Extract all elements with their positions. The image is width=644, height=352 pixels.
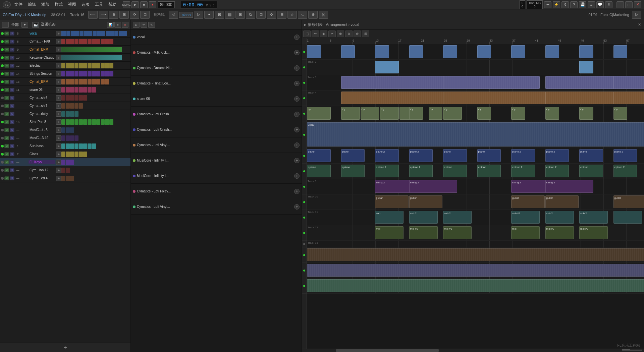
ch-name-8[interactable]: snare 06 [29, 88, 55, 92]
clip-block[interactable] [511, 45, 525, 58]
clip-block[interactable]: mel #2 [545, 226, 574, 239]
channel-row[interactable]: M S — MusiC...t - 3 + [0, 126, 130, 134]
clip-block[interactable]: epiano [443, 165, 467, 177]
ch-add-8[interactable]: + [56, 87, 61, 93]
tb2-grid-12[interactable]: ⊂ [298, 11, 307, 19]
ch-add-17[interactable]: + [56, 160, 61, 165]
tb2-btn-5[interactable]: ⟳ [130, 11, 139, 19]
clip-block[interactable]: piano 2 [511, 149, 535, 162]
ch-name-4[interactable]: Keyzone Classic [29, 56, 55, 59]
clip-block[interactable]: Cy [545, 107, 559, 120]
ch-name-18[interactable]: Cym...ion 12 [29, 168, 55, 172]
arr-track-row-1[interactable]: Track 1 [307, 44, 644, 60]
ch-name-5[interactable]: Electric [29, 64, 55, 67]
mid-track-row-9[interactable]: MusiCore - Infinity I... + [131, 153, 302, 168]
arr-track-row-14[interactable]: Track 14 [307, 247, 644, 263]
ch-add-7[interactable]: + [56, 79, 61, 84]
ch-name-10[interactable]: Cyma...sh 7 [29, 104, 55, 108]
ch-solo-11[interactable]: S [10, 112, 14, 116]
menu-add[interactable]: 添加 [40, 1, 51, 8]
channel-row[interactable]: M S 16 Strat Pos 8 + [0, 118, 130, 126]
project-arrow[interactable]: ▷ [632, 11, 641, 19]
clip-block[interactable] [375, 61, 399, 73]
rack-back-btn[interactable]: ← [2, 22, 9, 28]
arr-track-row-2[interactable]: Track 2 [307, 60, 644, 75]
channel-row[interactable]: M S 12 Electric + [0, 62, 130, 70]
mid-track-row-5[interactable]: snare 06 + [131, 91, 302, 107]
clip-block[interactable]: epiano [579, 165, 603, 177]
help-icon[interactable]: ? [570, 1, 578, 8]
download-icon[interactable]: ⬇ [605, 1, 612, 8]
rack-menu-icon[interactable]: ≡ [114, 22, 121, 28]
ch-solo-8[interactable]: S [10, 88, 14, 92]
clip-block[interactable]: piano 2 [613, 149, 637, 162]
clip-block[interactable] [613, 76, 644, 89]
ch-name-1[interactable]: vocal [29, 32, 55, 35]
ch-solo-9[interactable]: S [10, 96, 14, 100]
arr-track-row-4[interactable]: Track 4 [307, 91, 644, 106]
clip-block[interactable]: sub 2 [409, 211, 438, 224]
clip-block[interactable]: sub [375, 211, 404, 224]
arr-track-row-6[interactable]: Track 6vocal [307, 121, 644, 148]
menu-style[interactable]: 样式 [53, 1, 64, 8]
mic-icon[interactable]: 🎙 [561, 1, 569, 8]
ch-name-7[interactable]: Cymat_BPM [29, 80, 55, 83]
tb2-grid-4[interactable]: ⊠ [215, 11, 224, 19]
clip-block[interactable]: cy [307, 107, 331, 120]
clip-block[interactable]: Cy [477, 107, 491, 120]
ch-add-13[interactable]: + [56, 127, 61, 133]
ch-solo-5[interactable]: S [10, 64, 14, 68]
rack-close-icon[interactable]: ✕ [122, 22, 128, 28]
tb2-grid-9[interactable]: ⊹ [267, 11, 276, 19]
ch-mute-15[interactable]: M [4, 144, 9, 148]
clip-block[interactable] [307, 248, 644, 261]
clip-block[interactable] [375, 45, 389, 58]
clip-block[interactable]: epiano 2 [409, 165, 433, 177]
mid-track-add-6[interactable]: + [294, 112, 300, 117]
ch-name-9[interactable]: Cyma...sh 6 [29, 96, 55, 100]
ch-add-15[interactable]: + [56, 143, 61, 149]
ch-add-19[interactable]: + [56, 176, 61, 181]
clip-block[interactable] [443, 45, 457, 58]
ch-mute-4[interactable]: M [4, 56, 9, 60]
clip-block[interactable]: mel [375, 226, 404, 239]
bpm-display[interactable]: 85.000 [158, 1, 175, 8]
clip-block[interactable]: Cy [613, 107, 628, 120]
clip-block[interactable]: guitar [511, 195, 545, 208]
arrangement-close-btn[interactable]: ✕ [637, 22, 642, 27]
channel-row[interactable]: M S 13 Cymat_BPM + [0, 78, 130, 86]
mid-track-row-3[interactable]: Cymatics - Dreams Hi... + [131, 60, 302, 76]
ch-solo-10[interactable]: S [10, 104, 14, 108]
ch-add-9[interactable]: + [56, 95, 61, 101]
menu-options[interactable]: 选项 [80, 1, 91, 8]
clip-block[interactable]: Cy [341, 107, 360, 120]
arr-tool-glue[interactable]: ⊕ [337, 31, 344, 37]
ch-name-strings[interactable]: Strings Section [29, 72, 55, 75]
ch-mute-10[interactable]: M [4, 104, 9, 108]
tb2-btn-1[interactable]: ⟸ [88, 11, 98, 19]
ch-name-2[interactable]: Cyma... - F#8 [29, 40, 55, 43]
window-close[interactable]: ✕ [634, 1, 641, 8]
mixer-icon[interactable]: ≡ [588, 1, 595, 8]
ch-solo-14[interactable]: S [10, 136, 14, 140]
clip-block[interactable]: guitar [545, 195, 579, 208]
chat-icon[interactable]: 💬 [596, 1, 604, 8]
ch-solo-12[interactable]: S [10, 120, 14, 124]
channel-row[interactable]: M S 10 Keyzone Classic + [0, 54, 130, 62]
clip-block[interactable] [307, 45, 321, 58]
clip-block[interactable]: piano 2 [545, 149, 569, 162]
channel-row[interactable]: M S — Cyma...sh 7 + [0, 102, 130, 110]
clip-block[interactable]: mel #3 [579, 226, 608, 239]
tb2-grid-10[interactable]: ⊞ [277, 11, 286, 19]
channel-row[interactable]: M S — Cyma...ed 4 + [0, 174, 130, 182]
ch-add-6[interactable]: + [56, 71, 61, 76]
clip-block[interactable]: sub 2 [579, 211, 608, 224]
tb2-btn-2[interactable]: ⟹ [99, 11, 108, 19]
clip-block[interactable]: epiano [341, 165, 365, 177]
clip-block[interactable]: epiano 2 [613, 165, 637, 177]
clip-block[interactable] [341, 45, 355, 58]
ch-add-1[interactable]: + [56, 31, 61, 36]
clip-block[interactable] [545, 45, 559, 58]
ch-name-16[interactable]: Glass [29, 152, 55, 156]
mid-track-add-4[interactable]: + [294, 81, 300, 86]
